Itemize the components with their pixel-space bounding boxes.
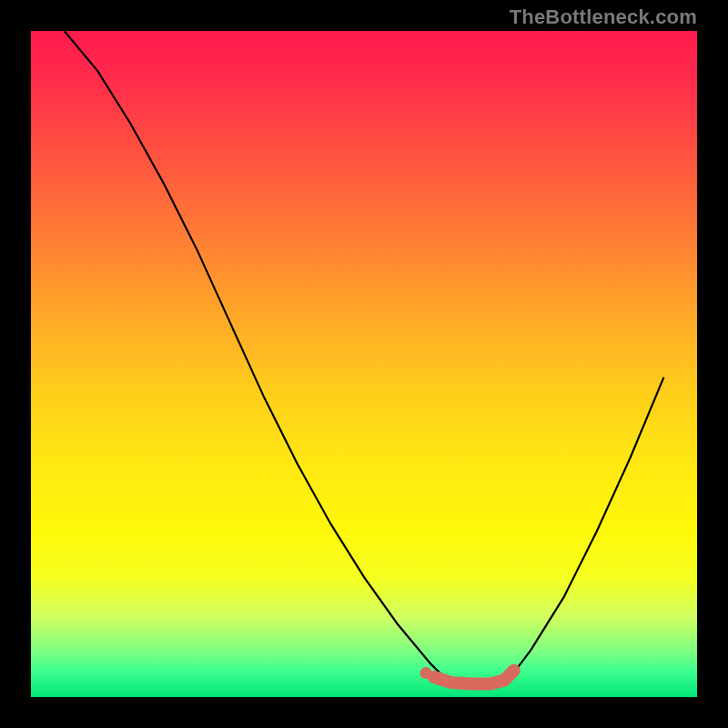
optimal-range-stroke xyxy=(434,671,514,684)
optimal-range-start-dot xyxy=(420,667,432,679)
watermark-text: TheBottleneck.com xyxy=(510,5,697,29)
bottleneck-curve xyxy=(65,31,664,683)
optimal-range-markers xyxy=(420,667,514,683)
chart-overlay xyxy=(31,31,697,697)
